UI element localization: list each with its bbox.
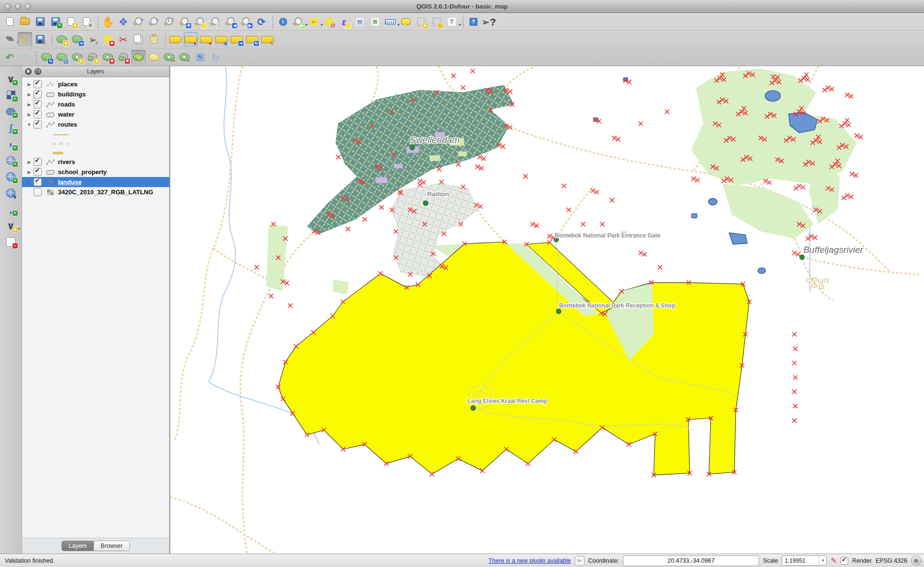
zoom-out-button[interactable]: − [147,14,161,29]
select-by-expression-button[interactable]: ε [337,14,351,29]
new-print-composer-button[interactable]: ★ [64,14,78,29]
expand-icon[interactable]: ▶ [26,102,33,107]
zoom-in-button[interactable]: + [131,14,146,29]
layer-item-places[interactable]: ▶places [22,79,169,89]
delete-ring-button[interactable]: ✖ [101,50,115,64]
pin-labels-button[interactable]: ● [184,32,198,47]
scale-edit-icon[interactable]: ✎ [830,556,837,565]
rotate-label-button[interactable]: ↻ [245,32,259,47]
zoom-to-selection-button[interactable] [193,14,207,29]
node-tool-button[interactable]: ➢✦ [85,32,100,47]
zoom-to-layer-button[interactable] [208,14,222,29]
rotate-point-symbols-button[interactable]: ↻ [208,50,222,64]
delete-selected-button[interactable]: ✖ [101,32,115,47]
add-wcs-layer-button[interactable]: + [4,169,18,184]
map-canvas[interactable]: SwellendamRailtonBontebok National Park … [170,66,924,554]
current-edits-button[interactable]: ✎✎▾ [2,32,17,47]
whats-this-button[interactable]: ➢? [481,14,496,29]
identify-features-button[interactable]: i [276,14,290,29]
rotate-feature-button[interactable]: ↻ [39,50,54,64]
delete-part-button[interactable]: ✖ [116,50,130,64]
layer-item-routes[interactable]: ▼routes [22,119,169,130]
layer-visibility-checkbox[interactable] [34,90,42,98]
new-shapefile-layer-button[interactable]: ∨★▾ [4,218,18,233]
pan-to-selection-button[interactable]: ✥ [116,14,130,29]
remove-layer-button[interactable]: − [4,235,18,249]
plugin-icon[interactable]: ✄ [575,556,585,566]
add-wfs-layer-button[interactable]: ∨ [4,186,18,200]
layer-visibility-checkbox[interactable] [34,110,42,118]
tab-browser[interactable]: Browser [94,541,130,551]
zoom-full-button[interactable]: ✥ [177,14,192,29]
select-features-button[interactable]: ➢▾ [306,14,321,29]
expand-icon[interactable]: ▶ [26,170,33,175]
layer-symbology-item[interactable] [22,148,169,157]
map-refresh-button[interactable]: ⟳ [254,14,269,29]
expand-icon[interactable]: ▶ [26,82,33,87]
scale-combo[interactable]: 1:19951 ▼ [782,555,827,566]
highlight-pinned-labels-button[interactable]: ● [199,32,213,47]
layer-visibility-checkbox[interactable] [34,120,42,129]
layer-visibility-checkbox[interactable] [34,188,42,196]
cut-features-button[interactable]: ✂ [116,32,130,47]
expand-icon[interactable]: ▶ [26,180,33,185]
zoom-next-button[interactable]: ▶ [239,14,253,29]
add-delimited-text-layer-button[interactable]: ,+ [4,202,18,216]
layer-item-roads[interactable]: ▶roads [22,99,169,109]
new-project-button[interactable] [2,14,17,29]
zoom-native-button[interactable]: 1:1 [162,14,176,29]
layer-symbology-item[interactable] [22,139,169,148]
expand-icon[interactable]: ▶ [26,112,33,117]
layer-item-landuse[interactable]: ▶✎landuse [22,177,169,187]
render-checkbox[interactable] [841,557,848,565]
pan-map-button[interactable]: ✋ [101,14,115,29]
split-features-button[interactable]: ✂ [162,50,176,64]
layer-item-rivers[interactable]: ▶rivers [22,157,169,167]
undo-button[interactable]: ↶ [2,50,17,64]
save-layer-edits-button[interactable]: ✎ [33,32,47,47]
new-bookmark-button[interactable]: ★ [414,14,428,29]
redo-button[interactable]: ↷ [18,50,32,64]
add-wms-layer-button[interactable]: + [4,153,18,167]
add-mssql-layer-button[interactable]: ◗+ [4,137,18,151]
show-hide-labels-button[interactable]: ◉ [214,32,229,47]
layer-visibility-checkbox[interactable] [34,80,42,88]
zoom-last-button[interactable]: ◀ [223,14,238,29]
paste-features-button[interactable] [147,32,161,47]
resize-grip[interactable] [917,560,924,567]
chevron-down-icon[interactable]: ▼ [819,556,826,565]
add-raster-layer-button[interactable]: + [4,88,18,102]
show-bookmarks-button[interactable] [429,14,444,29]
expand-icon[interactable]: ▶ [26,92,33,97]
merge-attributes-button[interactable]: ✎ [193,50,207,64]
layer-item-buildings[interactable]: ▶buildings [22,89,169,99]
coordinate-input[interactable] [623,555,759,566]
measure-button[interactable]: ▾ [383,14,398,29]
tab-layers[interactable]: Layers [61,541,94,551]
run-feature-action-button[interactable]: ▶▾ [291,14,305,29]
layer-item-water[interactable]: ▶water [22,109,169,119]
expand-icon[interactable]: ▶ [26,160,33,165]
deselect-features-button[interactable]: ∅ [322,14,336,29]
offset-curve-button[interactable] [147,50,161,64]
add-feature-button[interactable]: ★ [55,32,69,47]
add-postgis-layer-button[interactable]: + [4,104,18,118]
collapse-icon[interactable]: ▼ [26,122,33,127]
simplify-feature-button[interactable]: ▽ [55,50,69,64]
change-label-button[interactable]: ✎ [260,32,275,47]
map-tips-button[interactable] [398,14,413,29]
plugin-available-link[interactable]: There is a new plugin available [489,557,571,564]
layer-visibility-checkbox[interactable] [34,178,42,186]
field-calculator-button[interactable]: ⊞ [368,14,382,29]
save-project-as-button[interactable]: ✎ [48,14,63,29]
composer-manager-button[interactable]: ✦ [79,14,94,29]
reshape-features-button[interactable] [131,50,146,64]
copy-features-button[interactable] [131,32,146,47]
toggle-editing-button[interactable]: ✎ [18,32,32,47]
add-spatialite-layer-button[interactable]: ʃ+ [4,120,18,135]
add-part-button[interactable]: ★ [85,50,100,64]
text-annotation-button[interactable]: T▾ [444,14,459,29]
add-vector-layer-button[interactable]: ∨+ [4,71,18,86]
open-project-button[interactable] [18,14,32,29]
layer-visibility-checkbox[interactable] [34,158,42,166]
